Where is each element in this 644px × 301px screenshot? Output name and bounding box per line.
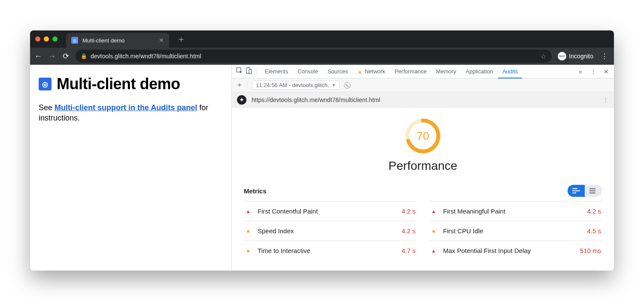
metric-name: Time to Interactive — [258, 247, 310, 254]
average-icon: ■ — [245, 229, 252, 234]
gauge-score: 70 — [405, 118, 441, 154]
address-bar[interactable]: 🔒 devtools.glitch.me/wndt78/multiclient.… — [76, 50, 552, 63]
back-button[interactable]: ← — [34, 52, 42, 61]
favicon-icon: ◎ — [71, 37, 78, 44]
view-toggle-compact[interactable] — [585, 185, 602, 197]
fail-icon: ▲ — [245, 208, 252, 214]
clear-audit-icon[interactable] — [344, 82, 351, 89]
metric-value: 4.2 s — [587, 208, 601, 215]
titlebar: ◎ Multi-client demo ✕ ＋ — [30, 30, 614, 48]
inspect-element-icon[interactable] — [235, 67, 244, 75]
new-tab-button[interactable]: ＋ — [177, 33, 185, 45]
tab-performance[interactable]: Performance — [390, 65, 431, 78]
browser-menu-button[interactable]: ⋮ — [599, 52, 610, 60]
tab-title: Multi-client demo — [82, 37, 125, 44]
average-icon: ■ — [430, 229, 437, 234]
svg-rect-8 — [589, 188, 595, 189]
close-devtools-icon[interactable]: ✕ — [602, 68, 611, 75]
metric-name: Speed Index — [258, 227, 294, 235]
svg-rect-10 — [589, 193, 595, 193]
separator — [257, 68, 257, 75]
metric-value: 510 ms — [580, 247, 601, 254]
metric-row[interactable]: ■ Time to Interactive 4.7 s — [244, 241, 416, 260]
page-title: ◎ Multi-client demo — [39, 75, 223, 93]
audit-url-bar: ✦ https://devtools.glitch.me/wndt78/mult… — [232, 92, 614, 108]
maximize-window-button[interactable] — [52, 36, 58, 42]
audit-run-selector[interactable]: 11:24:56 AM - devtools.glitch. ▼ — [252, 81, 340, 90]
more-tabs-icon[interactable]: » — [576, 68, 585, 75]
browser-toolbar: ← → ⟳ 🔒 devtools.glitch.me/wndt78/multic… — [30, 48, 614, 65]
performance-gauge: 70 Performance — [244, 118, 602, 173]
browser-window: ◎ Multi-client demo ✕ ＋ ← → ⟳ 🔒 devtools… — [30, 30, 614, 271]
metric-name: First Contentful Paint — [258, 208, 318, 215]
page-paragraph: See Multi-client support in the Audits p… — [39, 102, 223, 123]
reload-button[interactable]: ⟳ — [62, 51, 70, 61]
audit-run-label: 11:24:56 AM - devtools.glitch. — [256, 82, 329, 88]
bookmark-star-icon[interactable]: ☆ — [541, 52, 547, 60]
incognito-label: Incognito — [569, 53, 593, 60]
page-heading-text: Multi-client demo — [57, 75, 180, 93]
minimize-window-button[interactable] — [44, 36, 49, 42]
new-audit-button[interactable]: ＋ — [236, 81, 243, 90]
audits-toolbar: ＋ 11:24:56 AM - devtools.glitch. ▼ — [232, 78, 614, 92]
tab-memory[interactable]: Memory — [432, 65, 461, 78]
audit-url-menu-icon[interactable]: ⋮ — [603, 96, 609, 103]
audit-body: 70 Performance Metrics — [232, 108, 614, 271]
metrics-view-toggle — [568, 185, 602, 197]
svg-rect-7 — [572, 193, 576, 193]
incognito-indicator: 👓 Incognito — [558, 52, 593, 60]
url-text: devtools.glitch.me/wndt78/multiclient.ht… — [91, 53, 201, 60]
svg-rect-2 — [249, 69, 252, 74]
svg-rect-6 — [572, 190, 580, 191]
metrics-grid: ▲ First Contentful Paint 4.2 s ▲ First M… — [244, 201, 602, 260]
device-toolbar-icon[interactable] — [245, 67, 253, 75]
warning-icon: ▲ — [358, 69, 363, 75]
metric-name: Max Potential First Input Delay — [443, 247, 531, 254]
tab-audits[interactable]: Audits — [498, 65, 522, 78]
content-area: ◎ Multi-client demo See Multi-client sup… — [30, 65, 614, 271]
tab-network[interactable]: ▲Network — [353, 65, 390, 78]
incognito-icon: 👓 — [558, 52, 566, 60]
forward-button[interactable]: → — [48, 52, 56, 61]
metric-row[interactable]: ▲ First Meaningful Paint 4.2 s — [429, 201, 602, 221]
metric-value: 4.2 s — [401, 208, 416, 215]
svg-rect-5 — [572, 188, 577, 189]
average-icon: ■ — [245, 248, 252, 253]
page-logo-icon: ◎ — [39, 78, 52, 90]
rendered-page: ◎ Multi-client demo See Multi-client sup… — [30, 65, 232, 271]
chevron-down-icon: ▼ — [332, 83, 336, 87]
tab-elements[interactable]: Elements — [261, 65, 292, 78]
metric-value: 4.7 s — [401, 247, 416, 254]
metric-name: First CPU Idle — [443, 227, 483, 235]
close-tab-button[interactable]: ✕ — [159, 37, 164, 44]
devtools-menu-icon[interactable]: ⋮ — [589, 68, 598, 75]
browser-tab[interactable]: ◎ Multi-client demo ✕ — [66, 33, 169, 48]
lock-icon: 🔒 — [81, 53, 87, 59]
metric-name: First Meaningful Paint — [443, 208, 505, 215]
metric-row[interactable]: ■ Speed Index 4.2 s — [244, 221, 416, 241]
metric-value: 4.2 s — [401, 227, 416, 235]
page-link[interactable]: Multi-client support in the Audits panel — [55, 103, 197, 112]
page-text-before: See — [39, 103, 55, 112]
tab-sources[interactable]: Sources — [323, 65, 352, 78]
gauge-title: Performance — [389, 159, 457, 173]
window-controls — [35, 36, 58, 42]
devtools-panel: Elements Console Sources ▲Network Perfor… — [232, 65, 614, 271]
devtools-tabstrip: Elements Console Sources ▲Network Perfor… — [232, 65, 614, 78]
close-window-button[interactable] — [35, 36, 40, 42]
tab-application[interactable]: Application — [462, 65, 498, 78]
fail-icon: ▲ — [430, 248, 437, 254]
metrics-header: Metrics — [244, 185, 602, 197]
svg-rect-9 — [589, 190, 595, 191]
metrics-heading: Metrics — [244, 187, 267, 195]
audit-url-text: https://devtools.glitch.me/wndt78/multic… — [252, 96, 380, 103]
view-toggle-expanded[interactable] — [568, 185, 585, 197]
metric-value: 4.5 s — [587, 227, 601, 235]
tab-console[interactable]: Console — [293, 65, 322, 78]
fail-icon: ▲ — [430, 208, 437, 214]
metric-row[interactable]: ■ First CPU Idle 4.5 s — [429, 221, 602, 241]
lighthouse-badge-icon: ✦ — [237, 95, 246, 105]
metric-row[interactable]: ▲ Max Potential First Input Delay 510 ms — [429, 241, 602, 260]
metric-row[interactable]: ▲ First Contentful Paint 4.2 s — [244, 201, 416, 221]
